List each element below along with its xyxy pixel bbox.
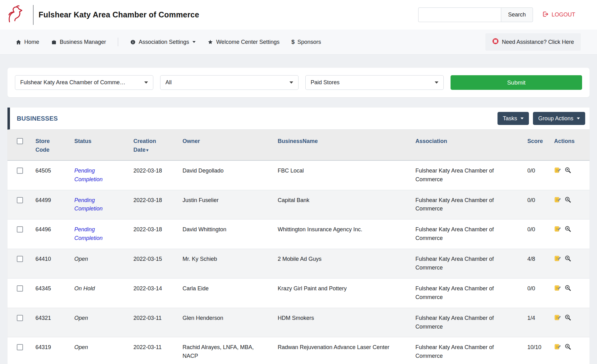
column-header-status[interactable]: Status	[68, 130, 127, 160]
nav-item-home[interactable]: Home	[16, 39, 39, 45]
row-checkbox[interactable]	[17, 315, 23, 321]
column-header-actions[interactable]: Actions	[548, 130, 590, 160]
store-code-cell: 64499	[29, 190, 68, 219]
row-checkbox[interactable]	[17, 344, 23, 350]
search-input[interactable]	[418, 7, 501, 22]
association-select[interactable]: Fulshear Katy Area Chamber of Comme…	[15, 75, 153, 90]
association-cell: Fulshear Katy Area Chamber of Commerce	[409, 219, 521, 249]
need-assistance-button[interactable]: Need Assistance? Click Here	[485, 33, 581, 51]
row-checkbox[interactable]	[17, 168, 23, 174]
row-checkbox[interactable]	[17, 197, 23, 203]
store-code-cell: 64410	[29, 249, 68, 279]
row-checkbox[interactable]	[17, 285, 23, 292]
creation-date-cell: 2022-03-18	[127, 160, 176, 190]
owner-cell: Rachid Alrayes, LNFA, MBA, NACP	[176, 337, 271, 364]
edit-note-icon[interactable]	[554, 196, 561, 206]
status-link: Open	[74, 344, 88, 350]
column-header-businessname[interactable]: BusinessName	[271, 130, 409, 160]
creation-date-cell: 2022-03-15	[127, 249, 176, 279]
row-select-cell	[7, 190, 29, 219]
logo-horse-icon[interactable]	[6, 4, 28, 25]
table-row: 64319 Open 2022-03-11 Rachid Alrayes, LN…	[7, 337, 590, 364]
status-link[interactable]: Pending Completion	[74, 197, 103, 212]
column-header-store-code[interactable]: Store Code	[29, 130, 68, 160]
logout-link[interactable]: LOGOUT	[542, 11, 575, 19]
chevron-down-icon	[577, 117, 580, 119]
status-link: On Hold	[74, 285, 95, 292]
status-cell: On Hold	[68, 278, 127, 308]
status-link: Open	[74, 256, 88, 262]
nav-label: Business Manager	[60, 39, 106, 45]
actions-cell	[548, 219, 590, 249]
nav-item-welcome-center-settings[interactable]: Welcome Center Settings	[207, 39, 280, 45]
status-filter-value: All	[165, 79, 172, 86]
zoom-icon[interactable]	[564, 343, 572, 353]
panel-buttons: Tasks Group Actions	[497, 112, 585, 125]
group-actions-dropdown-button[interactable]: Group Actions	[533, 112, 585, 125]
owner-cell: David Degollado	[176, 160, 271, 190]
store-code-cell: 64496	[29, 219, 68, 249]
store-code-cell: 64345	[29, 278, 68, 308]
row-checkbox[interactable]	[17, 256, 23, 262]
nav-label: Welcome Center Settings	[216, 39, 280, 45]
business-name-cell: Radwan Rejuvenation Advance Laser Center	[271, 337, 409, 364]
column-header-owner[interactable]: Owner	[176, 130, 271, 160]
association-select-value: Fulshear Katy Area Chamber of Comme…	[20, 79, 125, 86]
group-actions-label: Group Actions	[538, 115, 573, 122]
tasks-dropdown-button[interactable]: Tasks	[497, 112, 529, 125]
edit-note-icon[interactable]	[554, 167, 561, 177]
zoom-icon[interactable]	[564, 225, 572, 235]
association-cell: Fulshear Katy Area Chamber of Commerce	[409, 308, 521, 337]
edit-note-icon[interactable]	[554, 343, 561, 353]
status-cell: Open	[68, 308, 127, 337]
edit-note-icon[interactable]	[554, 225, 561, 235]
star-icon	[207, 39, 213, 45]
column-header-association[interactable]: Association	[409, 130, 521, 160]
actions-cell	[548, 160, 590, 190]
zoom-icon[interactable]	[564, 284, 572, 294]
table-row: 64505 Pending Completion 2022-03-18 Davi…	[7, 160, 590, 190]
row-checkbox[interactable]	[17, 226, 23, 233]
nav-item-business-manager[interactable]: Business Manager	[51, 39, 106, 45]
column-header-creation-date[interactable]: Creation Date▾	[127, 130, 176, 160]
status-link[interactable]: Pending Completion	[74, 168, 103, 182]
submit-button[interactable]: Submit	[451, 75, 582, 90]
chevron-down-icon	[144, 81, 148, 84]
chevron-down-icon	[521, 117, 524, 119]
search-button[interactable]: Search	[501, 7, 533, 22]
status-link[interactable]: Pending Completion	[74, 226, 103, 241]
nav-label: Home	[24, 39, 39, 45]
nav-item-sponsors[interactable]: $ Sponsors	[291, 39, 321, 45]
main-nav: Home Business Manager Association Settin…	[0, 30, 597, 55]
edit-note-icon[interactable]	[554, 255, 561, 265]
zoom-icon[interactable]	[564, 167, 572, 177]
page-title: Fulshear Katy Area Chamber of Commerce	[39, 10, 199, 19]
column-header-score[interactable]: Score	[521, 130, 548, 160]
status-filter-select[interactable]: All	[160, 75, 298, 90]
owner-cell: Carla Eide	[176, 278, 271, 308]
owner-cell: Mr. Ky Schieb	[176, 249, 271, 279]
zoom-icon[interactable]	[564, 314, 572, 324]
business-name-cell: Capital Bank	[271, 190, 409, 219]
nav-label: Sponsors	[298, 39, 321, 45]
actions-cell	[548, 190, 590, 219]
store-type-select[interactable]: Paid Stores	[305, 75, 444, 90]
score-cell: 0/0	[521, 190, 548, 219]
home-icon	[16, 39, 21, 45]
zoom-icon[interactable]	[564, 255, 572, 265]
zoom-icon[interactable]	[564, 196, 572, 206]
page: Fulshear Katy Area Chamber of Commerce S…	[0, 0, 597, 364]
select-all-checkbox[interactable]	[17, 138, 23, 144]
need-assistance-label: Need Assistance? Click Here	[502, 39, 574, 45]
select-all-header-cell	[7, 130, 29, 160]
header-actions: Search LOGOUT	[418, 7, 575, 22]
score-cell: 10/10	[521, 337, 548, 364]
row-select-cell	[7, 308, 29, 337]
business-name-cell: HDM Smokers	[271, 308, 409, 337]
table-body: 64505 Pending Completion 2022-03-18 Davi…	[7, 160, 590, 364]
store-code-cell: 64319	[29, 337, 68, 364]
status-link: Open	[74, 315, 88, 321]
edit-note-icon[interactable]	[554, 314, 561, 324]
nav-item-association-settings[interactable]: Association Settings	[130, 39, 196, 45]
edit-note-icon[interactable]	[554, 284, 561, 294]
